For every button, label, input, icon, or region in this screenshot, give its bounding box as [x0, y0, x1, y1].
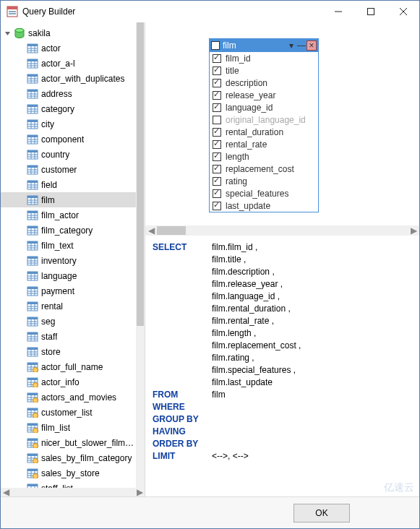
column-row-rental_duration[interactable]: rental_duration: [210, 126, 318, 138]
scroll-right-icon[interactable]: ▶: [408, 225, 419, 236]
select-field[interactable]: film.rental_duration: [212, 304, 286, 314]
table-item-film-actor[interactable]: film_actor: [1, 207, 137, 223]
column-row-length[interactable]: length: [210, 150, 318, 163]
scroll-left-icon[interactable]: ◀: [145, 225, 157, 236]
table-item-component[interactable]: component: [1, 132, 137, 147]
column-checkbox[interactable]: [213, 54, 221, 63]
table-item-actor-a-l[interactable]: actor_a-l: [1, 56, 137, 71]
table-item-city[interactable]: city: [1, 116, 137, 132]
column-row-film_id[interactable]: film_id: [210, 52, 318, 64]
table-item-address[interactable]: address: [1, 86, 137, 101]
column-checkbox[interactable]: [213, 103, 221, 112]
column-row-title[interactable]: title: [210, 64, 318, 77]
select-field[interactable]: film.language_id: [212, 291, 275, 301]
ok-button[interactable]: OK: [293, 504, 350, 522]
table-item-actor-full-name[interactable]: actor_full_name: [1, 359, 137, 374]
select-field[interactable]: film.last_update: [212, 377, 273, 387]
table-item-actor[interactable]: actor: [1, 40, 137, 56]
table-item-sales-by-film-category[interactable]: sales_by_film_category: [1, 450, 137, 465]
from-table[interactable]: film: [212, 389, 226, 401]
sidebar-vscroll[interactable]: [136, 22, 145, 496]
select-field[interactable]: film.release_year: [212, 279, 278, 289]
db-item-sakila[interactable]: sakila: [1, 25, 137, 40]
table-item-inventory[interactable]: inventory: [1, 253, 137, 268]
table-item-actors-and-movies[interactable]: actors_and_movies: [1, 390, 137, 405]
table-item-customer[interactable]: customer: [1, 162, 137, 177]
column-checkbox[interactable]: [213, 128, 221, 137]
collapse-icon[interactable]: —: [296, 40, 307, 51]
maximize-button[interactable]: [354, 1, 387, 22]
dropdown-icon[interactable]: ▾: [286, 40, 296, 51]
column-row-original_language_id[interactable]: original_language_id: [210, 113, 318, 126]
select-field[interactable]: film.replacement_cost: [212, 340, 296, 350]
table-item-nicer-but-slower-film----[interactable]: nicer_but_slower_film_...: [1, 435, 137, 450]
select-field[interactable]: film.rating: [212, 353, 249, 363]
query-canvas[interactable]: film ▾ — × film_idtitledescriptionreleas…: [145, 22, 419, 236]
minimize-button[interactable]: [322, 1, 354, 22]
table-item-store[interactable]: store: [1, 344, 137, 359]
column-row-rental_rate[interactable]: rental_rate: [210, 138, 318, 150]
column-checkbox[interactable]: [213, 116, 221, 124]
column-checkbox[interactable]: [213, 152, 221, 161]
schema-tree[interactable]: sakilaactoractor_a-lactor_with_duplicate…: [1, 22, 137, 496]
table-item-film-text[interactable]: film_text: [1, 238, 137, 253]
table-item-field[interactable]: field: [1, 177, 137, 192]
select-field[interactable]: film.description: [212, 267, 270, 277]
column-checkbox[interactable]: [213, 189, 221, 198]
column-row-special_features[interactable]: special_features: [210, 187, 318, 199]
table-item-rental[interactable]: rental: [1, 298, 137, 314]
column-row-language_id[interactable]: language_id: [210, 101, 318, 113]
scroll-thumb[interactable]: [137, 22, 144, 326]
table-box-film[interactable]: film ▾ — × film_idtitledescriptionreleas…: [209, 38, 319, 212]
column-name: release_year: [226, 90, 275, 100]
table-label: component: [41, 134, 84, 145]
table-item-payment[interactable]: payment: [1, 283, 137, 298]
column-checkbox[interactable]: [213, 165, 221, 173]
table-item-film[interactable]: film: [1, 192, 137, 207]
column-checkbox[interactable]: [213, 177, 221, 186]
table-item-category[interactable]: category: [1, 101, 137, 116]
table-label: film_actor: [41, 210, 79, 220]
table-item-language[interactable]: language: [1, 268, 137, 283]
scroll-thumb[interactable]: [157, 226, 186, 235]
column-checkbox[interactable]: [213, 202, 221, 210]
column-row-release_year[interactable]: release_year: [210, 89, 318, 101]
close-button[interactable]: [387, 1, 419, 22]
table-item-country[interactable]: country: [1, 147, 137, 162]
table-item-film-category[interactable]: film_category: [1, 223, 137, 238]
svg-point-156: [33, 397, 38, 403]
column-checkbox[interactable]: [213, 140, 221, 149]
column-checkbox[interactable]: [213, 91, 221, 100]
table-item-sales-by-store[interactable]: sales_by_store: [1, 465, 137, 481]
expander-icon[interactable]: [4, 29, 12, 38]
column-row-replacement_cost[interactable]: replacement_cost: [210, 163, 318, 175]
canvas-hscroll[interactable]: ◀ ▶: [145, 225, 419, 236]
column-checkbox[interactable]: [213, 66, 221, 75]
table-item-actor-info[interactable]: actor_info: [1, 374, 137, 390]
limit-value[interactable]: <-->, <-->: [212, 450, 249, 463]
scroll-left-icon[interactable]: ◀: [1, 488, 11, 496]
select-field[interactable]: film.length: [212, 328, 252, 338]
select-field[interactable]: film.film_id: [212, 242, 253, 252]
select-field[interactable]: film.special_features: [212, 365, 291, 375]
select-all-checkbox[interactable]: [211, 41, 220, 50]
remove-table-button[interactable]: ×: [307, 40, 317, 51]
table-label: actors_and_movies: [41, 392, 116, 403]
table-item-film-list[interactable]: film_list: [1, 420, 137, 435]
table-item-customer-list[interactable]: customer_list: [1, 405, 137, 420]
column-name: film_id: [226, 53, 251, 64]
sql-panel[interactable]: SELECT film.film_id , film.title , film.…: [145, 236, 419, 496]
column-checkbox[interactable]: [213, 79, 221, 87]
column-row-description[interactable]: description: [210, 77, 318, 89]
scroll-right-icon[interactable]: ▶: [134, 488, 145, 496]
table-item-actor-with-duplicates[interactable]: actor_with_duplicates: [1, 71, 137, 86]
sidebar-hscroll[interactable]: ◀ ▶: [1, 488, 145, 496]
column-row-rating[interactable]: rating: [210, 175, 318, 187]
svg-rect-165: [27, 423, 38, 426]
column-row-last_update[interactable]: last_update: [210, 199, 318, 212]
table-item-staff[interactable]: staff: [1, 329, 137, 344]
table-item-seg[interactable]: seg: [1, 314, 137, 329]
table-box-header[interactable]: film ▾ — ×: [210, 39, 318, 52]
select-field[interactable]: film.title: [212, 254, 241, 264]
select-field[interactable]: film.rental_rate: [212, 316, 269, 326]
